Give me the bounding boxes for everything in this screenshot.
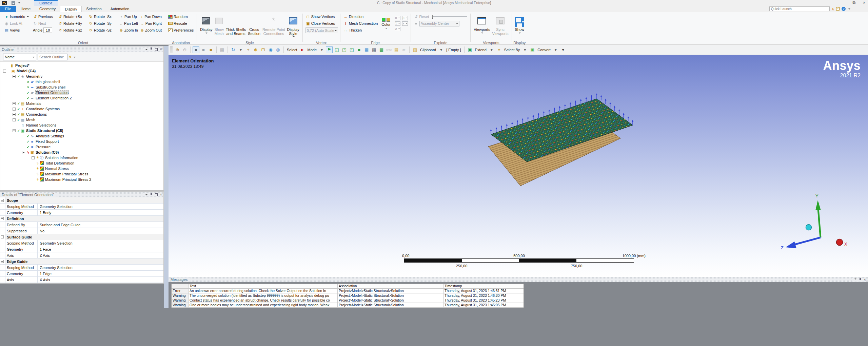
tab-home[interactable]: Home — [16, 6, 35, 12]
shaded-exterior-icon[interactable]: ■ — [200, 46, 207, 53]
tree-item-project-[interactable]: ▮Project* — [0, 63, 163, 68]
detail-value[interactable]: Z Axis — [38, 252, 163, 258]
toolbar-overflow-caret[interactable]: ▾ — [560, 46, 567, 53]
zoom-all-icon[interactable]: ◎ — [275, 46, 281, 53]
isometric-button[interactable]: ●Isometric — [3, 13, 32, 20]
expand-all-icon[interactable]: ∨ — [69, 55, 72, 59]
tree-item-static-structural-c5-[interactable]: ✓▣Static Structural (C5) — [0, 128, 163, 133]
thicken-button[interactable]: ↔Thicken — [342, 27, 379, 34]
pan-down-button[interactable]: ↓Pan Down — [139, 13, 163, 20]
extend-caret[interactable]: ▾ — [488, 46, 495, 53]
quick-launch-input[interactable] — [769, 6, 830, 11]
close-panel-icon[interactable]: × — [864, 278, 866, 282]
close-panel-icon[interactable]: × — [160, 47, 162, 51]
rotate-sz-button[interactable]: ↻Rotate -Sz — [87, 27, 118, 34]
expand-icon[interactable] — [13, 108, 16, 111]
next-button[interactable]: ↻Next — [32, 20, 57, 27]
toolbar-grip[interactable] — [170, 46, 173, 53]
select-face-icon[interactable]: ◰ — [341, 46, 348, 53]
filter-type-dropdown[interactable]: Name — [3, 54, 36, 60]
extend-icon[interactable]: ▣ — [467, 46, 473, 53]
clipboard-icon[interactable]: ▥ — [412, 46, 418, 53]
random-button[interactable]: Random — [167, 13, 195, 20]
expand-icon[interactable] — [13, 118, 16, 121]
help-caret-icon[interactable] — [848, 8, 850, 11]
show-mesh-button[interactable]: Show Mesh — [213, 13, 225, 41]
annotation-label-icon[interactable]: ab — [400, 46, 407, 53]
rotate-sx-button[interactable]: ↻Rotate -Sx — [87, 13, 118, 20]
select-by-caret[interactable]: ▾ — [521, 46, 528, 53]
expand-icon[interactable] — [13, 113, 16, 116]
restore-button[interactable]: ⧉ — [852, 0, 855, 5]
display-style-button[interactable]: Display Style — [286, 13, 300, 41]
tree-item-geometry[interactable]: ✓◈Geometry — [0, 74, 163, 79]
search-outline-input[interactable] — [38, 54, 67, 60]
tab-automation[interactable]: Automation — [106, 6, 134, 12]
minimize-button[interactable]: – — [843, 0, 845, 5]
collapse-icon[interactable] — [1, 217, 4, 220]
zoom-in-button[interactable]: ⊕Zoom In — [118, 27, 139, 34]
collapse-icon[interactable] — [1, 235, 4, 238]
orientation-triad[interactable]: Y Z X — [775, 187, 864, 260]
collapse-icon[interactable] — [1, 199, 4, 202]
tree-item-thin-glass-shell[interactable]: ×▰thin glass shell — [0, 79, 163, 84]
select-body-icon[interactable]: ◳ — [348, 46, 355, 53]
viewports-button[interactable]: Viewports — [473, 13, 491, 41]
tree-item-element-orientation-2[interactable]: ✓▰Element Orientation 2 — [0, 95, 163, 101]
zoom-fit-icon[interactable]: ◉ — [267, 46, 274, 53]
convert-label[interactable]: Convert — [536, 48, 552, 52]
sync-viewports-button[interactable]: Sync Viewports — [491, 13, 509, 41]
panel-menu-caret-icon[interactable] — [145, 194, 147, 196]
detail-value[interactable]: Geometry Selection — [38, 265, 163, 270]
tag-icon[interactable]: ▤ — [393, 46, 400, 53]
direction-button[interactable]: →Direction — [342, 13, 379, 20]
detail-value[interactable]: 1 Face — [38, 246, 163, 252]
rotate-+sx-button[interactable]: ↺Rotate +Sx — [57, 13, 87, 20]
display-button[interactable]: Display — [199, 13, 213, 41]
isometric-ball-icon[interactable] — [806, 225, 812, 230]
panel-menu-caret-icon[interactable] — [145, 49, 147, 51]
float-panel-icon[interactable] — [155, 193, 158, 196]
rotate-sy-button[interactable]: ↻Rotate -Sy — [87, 20, 118, 27]
help-icon[interactable]: ? — [842, 7, 846, 11]
detail-value[interactable]: Geometry Selection — [38, 240, 163, 246]
mode-label[interactable]: Mode — [307, 48, 318, 52]
pin-icon[interactable] — [859, 278, 862, 282]
pan-up-button[interactable]: ↑Pan Up — [118, 13, 139, 20]
previous-button[interactable]: ↺Previous — [32, 13, 57, 20]
collapse-icon[interactable] — [13, 75, 16, 78]
tree-item-substructure-shell[interactable]: ×▰Substructure shell — [0, 84, 163, 90]
close-panel-icon[interactable]: × — [160, 193, 162, 196]
message-row[interactable]: WarningContact status has experienced an… — [172, 298, 524, 303]
tree-item-total-deformation[interactable]: ϟTotal Deformation — [0, 160, 163, 166]
edge-option-3-dropdown[interactable]: 3 — [402, 16, 408, 20]
detail-value[interactable]: 1 Edge — [38, 271, 163, 276]
show-vertices-button[interactable]: ◻Show Vertices — [305, 13, 338, 20]
x-axis-ball-icon[interactable] — [836, 239, 843, 246]
graphics-viewport[interactable]: Element Orientation 31.08.2023 13:49 Ans… — [169, 55, 868, 277]
remote-point-connections-button[interactable]: *Remote Point Connections — [261, 13, 286, 41]
rotate-+sz-button[interactable]: ↺Rotate +Sz — [57, 27, 87, 34]
detail-value[interactable]: 1 Body — [38, 210, 163, 215]
expand-icon[interactable] — [32, 156, 35, 159]
collapse-ribbon-icon[interactable]: ∧ — [832, 7, 834, 11]
edge-option-0-dropdown[interactable]: 0 — [395, 16, 400, 20]
clipboard-caret[interactable]: ▾ — [438, 46, 445, 53]
tab-file[interactable]: File — [0, 6, 16, 12]
model-scene[interactable] — [169, 55, 868, 277]
clipboard-empty-label[interactable]: [ Empty ] — [445, 48, 462, 52]
outline-options-caret-icon[interactable] — [74, 57, 76, 59]
collapse-icon[interactable] — [1, 260, 4, 263]
tree-item-model-c4-[interactable]: ▣Model (C4) — [0, 68, 163, 74]
tree-item-normal-stress[interactable]: ϟNormal Stress — [0, 166, 163, 171]
views-button[interactable]: ▤Views — [3, 27, 32, 34]
mesh-element-select-icon[interactable]: ▦ — [371, 46, 377, 53]
message-row[interactable]: WarningOne or more bodies may be underco… — [172, 303, 524, 308]
collapse-icon[interactable] — [13, 129, 16, 132]
box-zoom-icon[interactable]: ⊡ — [260, 46, 267, 53]
tree-item-analysis-settings[interactable]: ✓∿Analysis Settings — [0, 133, 163, 139]
wizard-icon[interactable] — [836, 7, 840, 11]
mesh-node-select-icon[interactable]: ▩ — [378, 46, 385, 53]
tree-item-coordinate-systems[interactable]: ✓+Coordinate Systems — [0, 106, 163, 112]
edge-option-1-dropdown[interactable]: 1 — [395, 21, 400, 26]
